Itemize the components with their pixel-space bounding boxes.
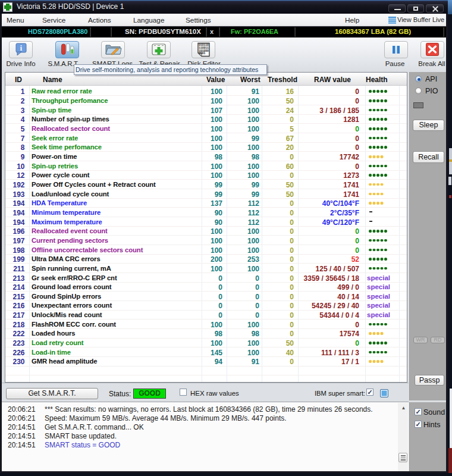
svg-text:0001: 0001 [199, 52, 205, 55]
